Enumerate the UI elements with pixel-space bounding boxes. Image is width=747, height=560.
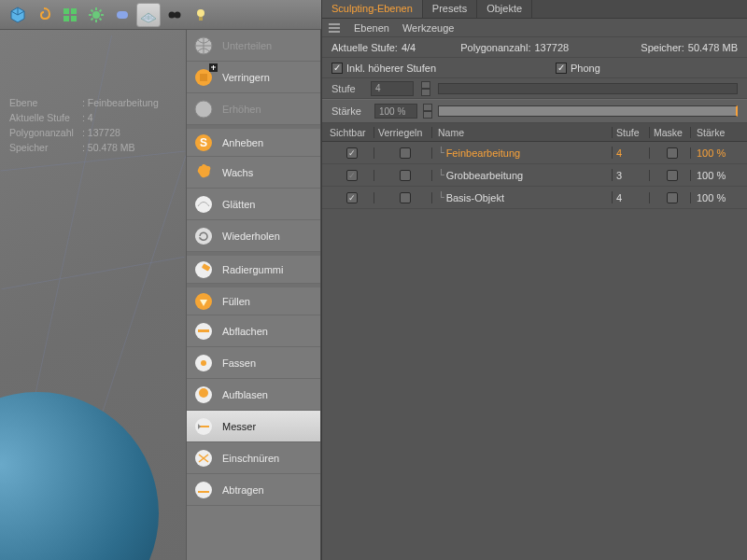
svg-point-17 xyxy=(195,228,212,245)
flatten-icon xyxy=(192,320,215,343)
spiral-icon[interactable] xyxy=(32,3,56,27)
mask-checkbox[interactable] xyxy=(667,192,678,203)
layer-name: Basis-Objekt xyxy=(446,192,504,203)
layer-name: Grobbearbeitung xyxy=(446,170,524,181)
mask-checkbox[interactable] xyxy=(667,170,678,181)
strength-spinner[interactable] xyxy=(423,104,432,119)
phong-checkbox[interactable] xyxy=(556,63,567,74)
level-spinner[interactable] xyxy=(421,81,430,96)
tree-elbow-icon: └ xyxy=(438,169,444,181)
layer-row[interactable]: └Basis-Objekt4100 % xyxy=(322,187,747,209)
col-level[interactable]: Stufe xyxy=(613,127,650,138)
col-strength[interactable]: Stärke xyxy=(691,127,747,138)
tool-wachs[interactable]: Wachs xyxy=(187,157,320,189)
memory-label: Speicher: xyxy=(641,42,684,53)
include-higher-checkbox[interactable] xyxy=(331,63,343,74)
info-row: Aktuelle Stufe: 4/4 Polygonanzahl: 13772… xyxy=(322,37,747,58)
grab-icon xyxy=(192,352,215,374)
lightbulb-icon[interactable] xyxy=(189,3,213,27)
tool-label: Wiederholen xyxy=(222,231,280,242)
strength-slider[interactable] xyxy=(438,105,738,117)
strength-field-row: Stärke 100 % xyxy=(322,99,747,123)
attributes-panel: Sculpting-EbenenPresetsObjekte EbenenWer… xyxy=(321,0,747,560)
hud-key: Polygonanzahl xyxy=(9,125,82,140)
lock-checkbox[interactable] xyxy=(400,147,411,159)
layer-level: 3 xyxy=(613,170,650,181)
tool-label: Unterteilen xyxy=(222,40,272,51)
goggles-icon[interactable] xyxy=(162,3,187,27)
sphere-orange-down-icon xyxy=(192,66,215,89)
subtab-ebenen[interactable]: Ebenen xyxy=(354,22,389,34)
tool-label: Erhöhen xyxy=(222,104,261,115)
col-mask[interactable]: Maske xyxy=(650,127,691,138)
gear-icon[interactable] xyxy=(84,3,108,27)
mask-checkbox[interactable] xyxy=(667,147,678,159)
tool-label: Anheben xyxy=(222,137,263,148)
tool-label: Wachs xyxy=(222,167,253,178)
level-input[interactable]: 4 xyxy=(371,81,414,96)
tool-label: Aufblasen xyxy=(222,389,268,400)
tool-label: Abflachen xyxy=(222,326,268,337)
array-icon[interactable] xyxy=(58,3,82,27)
visible-checkbox[interactable] xyxy=(346,192,358,203)
tab-presets[interactable]: Presets xyxy=(423,0,477,18)
capsule-icon[interactable] xyxy=(110,3,134,27)
hud-value: : 50.478 MB xyxy=(82,140,135,155)
visible-checkbox[interactable] xyxy=(346,170,358,181)
subtab-werkzeuge[interactable]: Werkzeuge xyxy=(402,22,454,34)
level-field-row: Stufe 4 xyxy=(322,78,747,99)
hud-key: Ebene xyxy=(9,95,82,110)
svg-text:S: S xyxy=(200,136,207,149)
svg-rect-9 xyxy=(199,17,203,21)
layer-row[interactable]: └Grobbearbeitung3100 % xyxy=(322,164,747,187)
tool-einschnüren[interactable]: Einschnüren xyxy=(187,442,320,474)
tool-abflachen[interactable]: Abflachen xyxy=(187,315,320,347)
layer-strength: 100 % xyxy=(691,147,747,159)
tool-radiergummi[interactable]: Radiergummi xyxy=(187,252,320,284)
level-slider[interactable] xyxy=(438,83,738,94)
col-lock[interactable]: Verriegeln xyxy=(374,127,432,138)
svg-rect-2 xyxy=(63,16,69,21)
viewport[interactable]: Ebene: FeinbearbeitungAktuelle Stufe: 4P… xyxy=(0,30,186,560)
tool-aufblasen[interactable]: Aufblasen xyxy=(187,379,320,411)
object-sphere[interactable] xyxy=(0,392,159,560)
tool-füllen[interactable]: Füllen xyxy=(187,284,320,315)
tool-wiederholen[interactable]: Wiederholen xyxy=(187,220,320,252)
col-visible[interactable]: Sichtbar xyxy=(322,127,374,138)
tab-sculpting-ebenen[interactable]: Sculpting-Ebenen xyxy=(322,0,423,18)
menu-icon[interactable] xyxy=(328,22,341,34)
lock-checkbox[interactable] xyxy=(400,170,411,181)
tool-anheben[interactable]: SAnheben xyxy=(187,125,320,157)
hud-key: Aktuelle Stufe xyxy=(9,110,82,125)
svg-point-16 xyxy=(195,196,212,213)
svg-point-26 xyxy=(199,388,208,398)
layer-level: 4 xyxy=(613,147,650,159)
layer-strength: 100 % xyxy=(691,192,747,203)
tool-unterteilen[interactable]: Unterteilen xyxy=(187,30,320,62)
lock-checkbox[interactable] xyxy=(400,192,411,203)
panel-tabs-major: Sculpting-EbenenPresetsObjekte xyxy=(322,0,747,19)
tab-objekte[interactable]: Objekte xyxy=(477,0,532,18)
tool-erhöhen[interactable]: Erhöhen xyxy=(187,93,320,125)
sphere-grid-icon xyxy=(192,35,215,57)
inflate-icon xyxy=(192,384,215,406)
tool-abtragen[interactable]: Abtragen xyxy=(187,474,320,506)
include-higher-label: Inkl. höherer Stufen xyxy=(346,63,436,74)
sphere-grid-up-icon xyxy=(192,98,215,120)
layer-row[interactable]: └Feinbearbeitung4100 % xyxy=(322,142,747,164)
cube-icon[interactable] xyxy=(6,3,30,27)
tool-verringern[interactable]: Verringern xyxy=(187,62,320,93)
tool-messer[interactable]: Messer xyxy=(187,411,320,442)
visible-checkbox[interactable] xyxy=(346,147,358,159)
layer-table-body: └Feinbearbeitung4100 %└Grobbearbeitung31… xyxy=(322,142,747,209)
svg-rect-5 xyxy=(117,11,128,19)
strength-input[interactable]: 100 % xyxy=(374,104,417,119)
tool-glätten[interactable]: Glätten xyxy=(187,189,320,220)
current-level-value: 4/4 xyxy=(402,42,416,53)
tool-label: Radiergummi xyxy=(222,264,283,275)
tool-label: Messer xyxy=(222,421,256,432)
splat-orange-icon xyxy=(192,161,215,184)
tool-fassen[interactable]: Fassen xyxy=(187,347,320,379)
col-name[interactable]: Name xyxy=(432,127,613,138)
floor-grid-icon[interactable] xyxy=(136,3,161,27)
